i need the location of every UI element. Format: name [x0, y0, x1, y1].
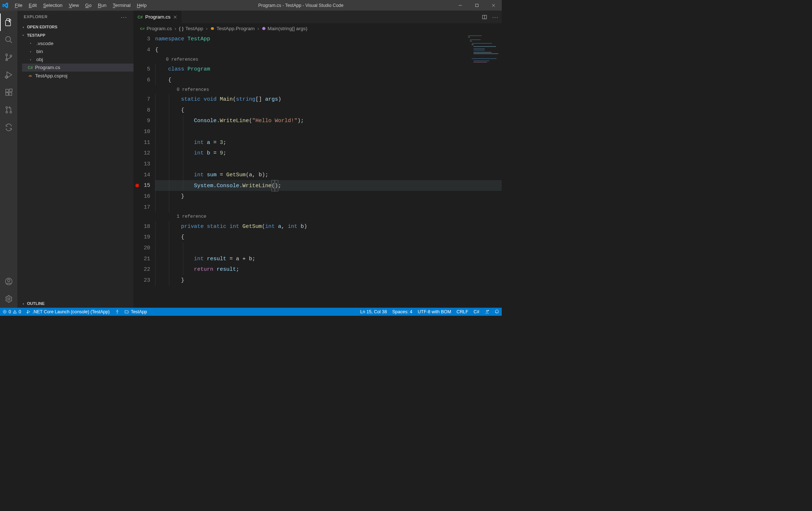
open-editors-label: OPEN EDITORS: [27, 25, 57, 29]
vscode-logo-icon: [0, 0, 11, 11]
svg-rect-15: [6, 93, 8, 95]
status-bar: 0 0 .NET Core Launch (console) (TestApp)…: [0, 308, 502, 316]
status-indent[interactable]: Spaces: 4: [389, 308, 415, 316]
menu-go[interactable]: Go: [82, 0, 95, 11]
activity-settings-icon[interactable]: [0, 290, 17, 307]
menu-terminal[interactable]: Terminal: [110, 0, 134, 11]
split-editor-icon[interactable]: [482, 15, 487, 20]
svg-point-22: [8, 279, 10, 281]
csharp-file-icon: C#: [138, 15, 143, 19]
menu-selection[interactable]: Selection: [40, 0, 66, 11]
window-title: Program.cs - TestApp - Visual Studio Cod…: [150, 3, 452, 8]
editor-tab-actions: ···: [479, 11, 502, 24]
chevron-right-icon: ›: [21, 25, 26, 29]
tree-file-program-cs[interactable]: C# Program.cs: [22, 64, 134, 72]
codelens-references[interactable]: 1 reference: [177, 214, 206, 219]
explorer-sidebar: EXPLORER ··· › OPEN EDITORS › TESTAPP › …: [17, 11, 134, 308]
tab-close-icon[interactable]: [173, 15, 177, 19]
status-language[interactable]: C#: [471, 308, 482, 316]
status-feedback-icon[interactable]: [482, 308, 492, 316]
menu-help[interactable]: Help: [134, 0, 150, 11]
activity-explorer-icon[interactable]: [0, 13, 17, 31]
tree-file-csproj[interactable]: TestApp.csproj: [22, 72, 134, 80]
tree-item-label: TestApp.csproj: [35, 73, 67, 79]
codelens-references[interactable]: 0 references: [177, 87, 209, 92]
svg-rect-14: [6, 89, 8, 92]
svg-point-23: [8, 298, 10, 300]
svg-point-10: [5, 76, 8, 78]
line-number-gutter: 3 4 5 6 7 8 9 10 11 12 13 14 15 16 17 18…: [134, 34, 155, 286]
menu-edit[interactable]: Edit: [25, 0, 40, 11]
tab-program-cs[interactable]: C# Program.cs: [134, 11, 182, 24]
activity-sync-icon[interactable]: [0, 118, 17, 136]
sidebar-header: EXPLORER ···: [17, 11, 134, 23]
activity-run-debug-icon[interactable]: [0, 66, 17, 84]
svg-point-8: [10, 55, 12, 57]
activity-extensions-icon[interactable]: [0, 84, 17, 101]
svg-line-5: [10, 41, 12, 43]
tree-item-label: obj: [36, 57, 43, 63]
svg-point-36: [488, 310, 489, 311]
csharp-file-icon: C#: [140, 27, 145, 31]
minimize-button[interactable]: [452, 0, 469, 11]
tree-folder-vscode[interactable]: › .vscode: [22, 39, 134, 47]
sidebar-title: EXPLORER: [24, 15, 48, 19]
chevron-down-icon: ›: [21, 33, 25, 38]
warning-icon: [13, 310, 17, 314]
chevron-right-icon: ›: [28, 57, 33, 61]
svg-point-20: [10, 111, 12, 113]
tree-item-label: bin: [36, 48, 43, 54]
activity-git-pr-icon[interactable]: [0, 101, 17, 118]
open-editors-section[interactable]: › OPEN EDITORS: [17, 23, 134, 31]
error-count: 0: [8, 309, 11, 314]
tree-folder-bin[interactable]: › bin: [22, 47, 134, 55]
code-content[interactable]: namespace TestApp { 0 references class P…: [155, 34, 502, 286]
sidebar-more-icon[interactable]: ···: [121, 14, 127, 20]
activity-search-icon[interactable]: [0, 31, 17, 48]
menu-run[interactable]: Run: [95, 0, 110, 11]
title-bar: File Edit Selection View Go Run Terminal…: [0, 0, 502, 11]
menu-file[interactable]: File: [12, 0, 25, 11]
chevron-right-icon: ›: [28, 49, 33, 53]
activity-source-control-icon[interactable]: [0, 48, 17, 66]
outline-section[interactable]: › OUTLINE: [17, 299, 134, 307]
activity-accounts-icon[interactable]: [0, 273, 17, 290]
code-editor[interactable]: 3 4 5 6 7 8 9 10 11 12 13 14 15 16 17 18…: [134, 34, 502, 308]
tree-item-label: .vscode: [36, 40, 53, 46]
file-tree: › .vscode › bin › obj C# Program.cs Test…: [17, 39, 134, 80]
tree-folder-obj[interactable]: › obj: [22, 56, 134, 64]
svg-rect-1: [476, 4, 478, 7]
tree-item-label: Program.cs: [35, 65, 60, 71]
status-eol[interactable]: CRLF: [454, 308, 471, 316]
more-actions-icon[interactable]: ···: [492, 14, 499, 20]
tab-label: Program.cs: [145, 14, 171, 20]
workspace-section[interactable]: › TESTAPP: [17, 31, 134, 39]
menu-view[interactable]: View: [66, 0, 82, 11]
namespace-icon: { }: [179, 25, 183, 31]
status-cursor-position[interactable]: Ln 15, Col 38: [357, 308, 389, 316]
breadcrumb-method: Main(string[] args): [268, 25, 308, 31]
line-number: 3: [134, 34, 155, 45]
maximize-button[interactable]: [469, 0, 485, 11]
breadcrumb-class: TestApp.Program: [217, 25, 255, 31]
editor-area: C# Program.cs ··· C#Program.cs › { }Test…: [134, 11, 502, 308]
status-fire-icon[interactable]: [112, 308, 122, 316]
status-problems[interactable]: 0 0: [0, 308, 24, 316]
project-label: TestApp: [131, 309, 147, 314]
outline-label: OUTLINE: [27, 301, 45, 306]
class-icon: [210, 26, 215, 31]
status-debug-launch[interactable]: .NET Core Launch (console) (TestApp): [24, 308, 113, 316]
chevron-right-icon: ›: [28, 41, 33, 45]
warning-count: 0: [19, 309, 21, 314]
editor-tabs: C# Program.cs ···: [134, 11, 502, 24]
close-button[interactable]: [485, 0, 502, 11]
status-encoding[interactable]: UTF-8 with BOM: [415, 308, 454, 316]
svg-point-19: [6, 111, 8, 113]
status-notifications-icon[interactable]: [492, 308, 502, 316]
folder-icon: [125, 310, 129, 314]
status-project[interactable]: TestApp: [122, 308, 150, 316]
breadcrumb[interactable]: C#Program.cs › { }TestApp › TestApp.Prog…: [134, 23, 502, 33]
xml-file-icon: [28, 74, 33, 78]
launch-config-label: .NET Core Launch (console) (TestApp): [32, 309, 110, 314]
codelens-references[interactable]: 0 references: [166, 57, 198, 62]
